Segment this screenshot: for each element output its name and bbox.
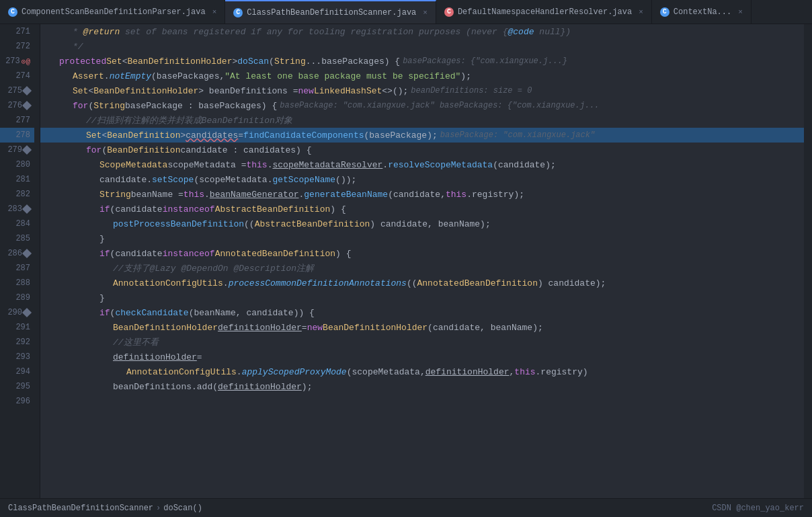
line-num-277: 277 — [11, 116, 30, 125]
code-line-292: //这里不看 — [40, 335, 804, 350]
code-kw-this-294: this — [514, 367, 535, 377]
line-num-273: 273 — [1, 56, 20, 66]
line-num-271: 271 — [11, 27, 30, 36]
editor-container: 271 272 273 ⊙@ 274 275 276 277 27 — [0, 24, 812, 498]
code-type-assert: Assert — [73, 71, 104, 81]
code-type-defholder: BeanDefinitionHolder — [113, 323, 218, 333]
code-line-294: AnnotationConfigUtils . applyScopedProxy… — [40, 364, 804, 379]
code-comment-277: //扫描到有注解的类并封装成BeanDefinition对象 — [86, 114, 292, 126]
code-line-276: for ( String basePackage : basePackages)… — [40, 98, 804, 113]
gutter-line-280: 280 — [0, 157, 34, 172]
gutter-line-275: 275 — [0, 83, 34, 98]
tab-close[interactable]: × — [738, 8, 743, 16]
code-line-277: //扫描到有注解的类并封装成BeanDefinition对象 — [40, 113, 804, 128]
line-num-291: 291 — [11, 323, 30, 332]
gutter-line-282: 282 — [0, 187, 34, 202]
code-comment-292: //这里不看 — [113, 336, 159, 348]
code-fn-doscan: doScan — [237, 56, 269, 67]
code-kw-protected: protected — [59, 56, 106, 67]
gutter-line-294: 294 — [0, 364, 34, 379]
gutter-line-276: 276 — [0, 98, 34, 113]
code-area[interactable]: * @return set of beans registered if any… — [40, 24, 804, 498]
gutter-line-287: 287 — [0, 261, 34, 276]
gutter-line-278: 278 — [0, 128, 34, 143]
code-kw-instanceof-286: instanceof — [163, 249, 215, 259]
line-num-295: 295 — [11, 382, 30, 391]
line-num-274: 274 — [11, 71, 30, 81]
tab-default-namespace[interactable]: C DefaultNamespaceHandlerResolver.java × — [436, 0, 652, 24]
tab-component-scan[interactable]: C ComponentScanBeanDefinitionParser.java… — [0, 0, 225, 24]
code-fn-applyscoped: applyScopedProxyMode — [242, 367, 347, 377]
tab-label: ContextNa... — [674, 7, 731, 17]
code-line-282: String beanName = this . beanNameGenerat… — [40, 187, 804, 202]
line-num-278: 278 — [11, 130, 30, 140]
gutter-line-293: 293 — [0, 350, 34, 364]
bottom-bar: ClassPathBeanDefinitionScanner › doScan(… — [0, 498, 812, 517]
tab-icon-c: C — [660, 7, 669, 17]
code-line-281: candidate. setScope (scopeMetadata. getS… — [40, 172, 804, 187]
tab-classpath-scanner[interactable]: C ClassPathBeanDefinitionScanner.java × — [225, 0, 436, 24]
gutter-line-295: 295 — [0, 379, 34, 394]
line-num-293: 293 — [11, 352, 30, 362]
tab-label: DefaultNamespaceHandlerResolver.java — [458, 7, 632, 17]
code-line-271: * @return set of beans registered if any… — [40, 24, 804, 39]
line-num-294: 294 — [11, 367, 30, 376]
code-kw-for-276: for — [73, 101, 88, 111]
code-kw-new-275: new — [298, 86, 313, 96]
breadcrumb-class: ClassPathBeanDefinitionScanner — [8, 504, 153, 513]
line-num-281: 281 — [11, 175, 30, 184]
code-line-290: if ( checkCandidate (beanName, candidate… — [40, 305, 804, 320]
code-line-273: protected Set < BeanDefinitionHolder > d… — [40, 54, 804, 69]
code-kw-if-286: if — [99, 249, 110, 259]
line-num-288: 288 — [11, 278, 30, 288]
code-line-296 — [40, 394, 804, 409]
gutter-line-285: 285 — [0, 231, 34, 246]
code-line-288: AnnotationConfigUtils . processCommonDef… — [40, 276, 804, 290]
tab-icon-c: C — [233, 8, 243, 17]
diamond-icon-276 — [24, 102, 30, 109]
code-fn-setscope: setScope — [152, 175, 194, 185]
code-line-291: BeanDefinitionHolder definitionHolder = … — [40, 320, 804, 335]
code-var-candidates: candidates — [186, 130, 238, 141]
gutter-line-272: 272 — [0, 39, 34, 54]
code-type-string-282: String — [99, 190, 131, 200]
gutter-line-291: 291 — [0, 320, 34, 335]
tab-label: ComponentScanBeanDefinitionParser.java — [22, 7, 206, 17]
line-num-272: 272 — [11, 42, 30, 51]
code-line-289: } — [40, 290, 804, 305]
code-type-scope: ScopeMetadata — [99, 160, 167, 170]
tab-close[interactable]: × — [212, 8, 217, 16]
tab-context-na[interactable]: C ContextNa... × — [652, 0, 752, 24]
code-line-286: if (candidate instanceof AnnotatedBeanDe… — [40, 246, 804, 261]
diamond-icon-279 — [24, 147, 30, 153]
tab-close[interactable]: × — [423, 9, 428, 17]
code-line-272: */ — [40, 39, 804, 54]
gutter-line-271: 271 — [0, 24, 34, 39]
line-num-283: 283 — [3, 204, 22, 214]
code-fn-notempty: notEmpty — [110, 71, 151, 81]
line-num-287: 287 — [11, 264, 30, 273]
code-kw-this-280: this — [246, 160, 267, 170]
code-kw-instanceof-283: instanceof — [163, 204, 215, 214]
code-line-284: postProcessBeanDefinition (( AbstractBea… — [40, 216, 804, 231]
tab-icon-c: C — [8, 7, 17, 17]
gutter-line-279: 279 — [0, 143, 34, 157]
line-num-290: 290 — [3, 308, 22, 317]
inline-hint-278: basePackage: "com.xiangxue.jack" — [440, 130, 595, 140]
annotation-icon-273: ⊙@ — [22, 57, 30, 66]
tab-close[interactable]: × — [639, 8, 643, 16]
gutter-line-292: 292 — [0, 335, 34, 350]
inline-hint-273: basePackages: {"com.xiangxue.j...} — [403, 56, 567, 66]
code-line-283: if (candidate instanceof AbstractBeanDef… — [40, 202, 804, 216]
diamond-icon-286 — [24, 250, 30, 257]
code-type-set-275: Set — [73, 86, 88, 96]
code-type-annotationconfig: AnnotationConfigUtils — [113, 278, 223, 288]
code-fn-findcandidate: findCandidateComponents — [243, 130, 364, 141]
code-line-279: for ( BeanDefinition candidate : candida… — [40, 143, 804, 157]
diamond-icon-290 — [24, 309, 30, 316]
code-kw-new-291: new — [307, 323, 323, 333]
line-num-286: 286 — [3, 249, 22, 258]
code-kw-if-290: if — [99, 308, 110, 318]
right-gutter — [804, 24, 812, 498]
gutter-line-281: 281 — [0, 172, 34, 187]
